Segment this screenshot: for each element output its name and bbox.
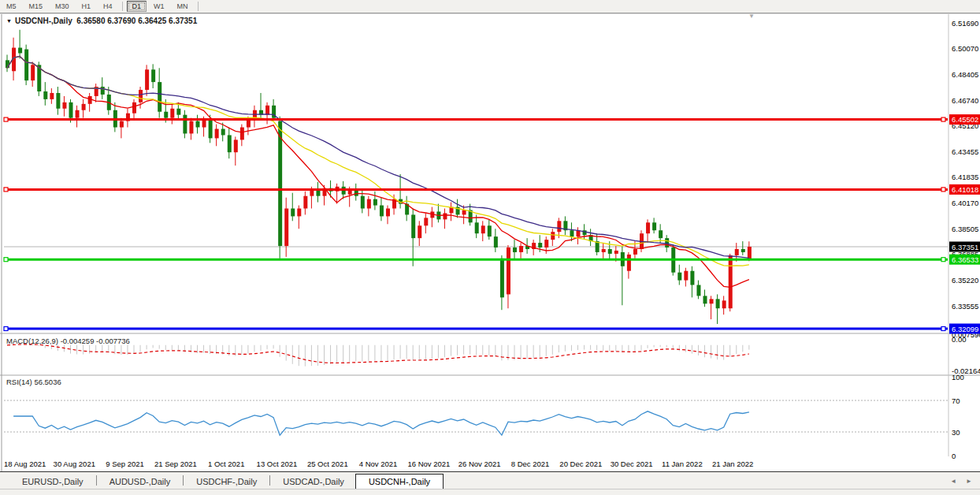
price-axis-label: 6.46740 (952, 96, 978, 105)
svg-text:6.45502: 6.45502 (952, 115, 978, 124)
price-axis-label: 6.43455 (952, 147, 978, 156)
price-axis-label: 6.41835 (952, 173, 978, 181)
macd-axis-label: 0.00 (952, 335, 967, 344)
macd-signal-value: -0.007736 (96, 337, 130, 345)
date-axis-label: 25 Oct 2021 (307, 460, 348, 468)
toolbar-separator (122, 2, 123, 11)
timeframe-button-h4[interactable]: H4 (98, 1, 118, 12)
chart-shift-marker-icon[interactable]: ▼ (748, 13, 755, 20)
ma-fast-line (7, 56, 749, 287)
rsi-axis-label: 100 (952, 373, 964, 381)
tab-scroll-right-icon[interactable]: ► (966, 478, 972, 485)
timeframe-button-w1[interactable]: W1 (148, 1, 170, 12)
timeframe-toolbar: M5M15M30H1H4D1W1MN (0, 0, 980, 13)
plot-layers (4, 30, 948, 331)
price-tag-6.32099: 6.32099 (949, 324, 980, 334)
ma-slow-line (7, 56, 749, 258)
hline-6.36533[interactable] (4, 258, 948, 262)
current-price-tag: 6.37351 (949, 242, 980, 252)
chart-title: ▼USDCNH-,Daily 6.36580 6.37690 6.36425 6… (6, 17, 197, 25)
timeframe-button-m30[interactable]: M30 (50, 1, 75, 12)
date-axis-label: 20 Dec 2021 (559, 460, 602, 468)
tab-separator (269, 475, 270, 486)
rsi-value: 56.5036 (34, 378, 61, 386)
tab-separator (96, 475, 97, 486)
tab-usdchf[interactable]: USDCHF-,Daily (185, 475, 268, 489)
macd-signal-line (7, 344, 749, 363)
rsi-label: RSI(14) 56.5036 (6, 378, 61, 386)
rsi-axis-label: 70 (952, 396, 960, 405)
price-tag-6.45502: 6.45502 (949, 114, 980, 125)
candlestick-chart[interactable]: 6.516906.500706.484056.467406.451206.434… (0, 0, 980, 471)
tab-usdcad[interactable]: USDCAD-,Daily (272, 475, 355, 489)
date-axis: 18 Aug 202130 Aug 20219 Sep 202121 Sep 2… (4, 460, 753, 468)
date-axis-label: 9 Sep 2021 (106, 460, 144, 468)
rsi-axis-label: 30 (952, 428, 960, 437)
tab-audusd[interactable]: AUDUSD-,Daily (98, 475, 182, 489)
macd-histogram (7, 343, 749, 367)
symbol-name: USDCNH-,Daily (15, 17, 72, 25)
date-axis-label: 26 Nov 2021 (458, 460, 501, 468)
symbol-tabbar: EURUSD-,DailyAUDUSD-,DailyUSDCHF-,DailyU… (0, 471, 980, 489)
timeframe-button-h1[interactable]: H1 (76, 1, 97, 12)
tab-eurusd[interactable]: EURUSD-,Daily (11, 475, 95, 489)
macd-main-value: -0.004259 (61, 337, 95, 345)
timeframe-button-mn[interactable]: MN (172, 1, 194, 12)
svg-text:6.41018: 6.41018 (952, 185, 978, 194)
price-axis-label: 6.40170 (952, 199, 978, 207)
price-axis-label: 6.48405 (952, 70, 978, 79)
price-axis-label: 6.33555 (952, 302, 978, 311)
date-axis-label: 1 Oct 2021 (208, 460, 244, 468)
price-axis-label: 6.35220 (952, 276, 978, 285)
tab-scroll-left-icon[interactable]: ◄ (950, 478, 956, 485)
ohlc-values: 6.36580 6.37690 6.36425 6.37351 (76, 17, 197, 25)
tab-usdcnh[interactable]: USDCNH-,Daily (355, 474, 444, 489)
date-axis-label: 30 Dec 2021 (611, 460, 653, 468)
date-axis-label: 13 Oct 2021 (257, 460, 298, 468)
hline-6.32099[interactable] (4, 327, 948, 331)
price-tag-6.41018: 6.41018 (949, 184, 980, 195)
price-axis: 6.516906.500706.484056.467406.451206.434… (952, 19, 980, 460)
candles-layer (6, 30, 752, 324)
date-axis-label: 16 Nov 2021 (407, 460, 450, 468)
svg-text:6.37351: 6.37351 (952, 243, 978, 251)
date-axis-label: 30 Aug 2021 (54, 460, 95, 468)
price-axis-label: 6.38505 (952, 225, 978, 233)
timeframe-button-m15[interactable]: M15 (24, 1, 49, 12)
svg-text:6.36533: 6.36533 (952, 255, 978, 264)
symbol-dropdown-icon[interactable]: ▼ (6, 18, 12, 24)
hline-6.41018[interactable] (4, 188, 948, 192)
price-tag-6.36533: 6.36533 (949, 255, 980, 265)
timeframe-button-m5[interactable]: M5 (1, 1, 22, 12)
price-axis-label: 6.51690 (952, 19, 978, 28)
toolbar-separator (198, 2, 199, 11)
date-axis-label: 8 Dec 2021 (511, 460, 550, 468)
price-axis-label: 6.50070 (952, 44, 978, 53)
timeframe-button-d1[interactable]: D1 (127, 1, 147, 12)
macd-label: MACD(12,26,9) -0.004259 -0.007736 (6, 337, 130, 345)
date-axis-label: 11 Jan 2022 (662, 460, 703, 468)
date-axis-label: 21 Sep 2021 (154, 460, 197, 468)
date-axis-label: 4 Nov 2021 (359, 460, 398, 468)
svg-text:6.32099: 6.32099 (952, 325, 978, 333)
date-axis-label: 21 Jan 2022 (712, 460, 753, 468)
hline-6.45502[interactable] (4, 117, 948, 121)
date-axis-label: 18 Aug 2021 (4, 460, 46, 468)
tab-separator (183, 475, 184, 486)
status-bar (0, 489, 980, 495)
rsi-axis-label: 0 (952, 452, 956, 460)
ma-mid-line (7, 56, 749, 266)
